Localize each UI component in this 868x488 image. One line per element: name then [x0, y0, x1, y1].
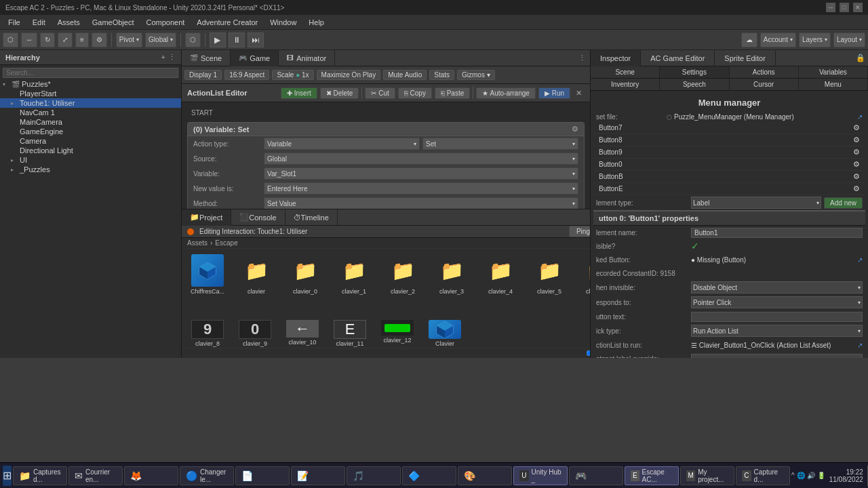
asset-clavier[interactable]: 📁 clavier — [233, 251, 279, 313]
gear-icon[interactable]: ⚙ — [853, 172, 860, 181]
pivot-dropdown[interactable]: Pivot — [116, 33, 142, 47]
hierarchy-item-puzzles2[interactable]: ▸ _Puzzles — [0, 165, 181, 174]
button-item-b[interactable]: ButtonB ⚙ — [593, 171, 865, 183]
inspector-lock-icon[interactable]: 🔒 — [856, 54, 865, 62]
window-controls[interactable]: ─ □ ✕ — [826, 3, 863, 12]
hierarchy-item-gameengine[interactable]: GameEngine — [0, 127, 181, 136]
menu-component[interactable]: Component — [140, 17, 190, 28]
subtab-cursor[interactable]: Cursor — [730, 79, 799, 90]
prop-input-button-text[interactable] — [691, 312, 863, 322]
mute-toggle[interactable]: Mute Audio — [383, 70, 427, 80]
taskbar-escape-ac[interactable]: E Escape AC... — [625, 466, 679, 485]
asset-clavier8[interactable]: 9 clavier_8 — [184, 319, 231, 345]
display-dropdown[interactable]: Display 1 — [184, 70, 222, 80]
layers-dropdown[interactable]: Layers — [799, 33, 831, 47]
tray-icon-battery[interactable]: 🔋 — [817, 472, 825, 479]
paste-button[interactable]: ⎗ Paste — [435, 87, 470, 99]
asset-clavier10[interactable]: ← clavier_10 — [279, 319, 326, 345]
run-button[interactable]: ▶ Run — [538, 87, 570, 99]
visible-checkbox[interactable]: ✓ — [691, 241, 699, 251]
taskbar-courrier[interactable]: ✉ Courrier en... — [68, 466, 123, 485]
action-variable-select[interactable]: Var_Slot1 — [264, 167, 578, 180]
subtab-variables[interactable]: Variables — [799, 66, 868, 78]
maximize-button[interactable]: □ — [840, 3, 849, 12]
action-type-select-2[interactable]: Set — [422, 138, 578, 150]
action-box-header[interactable]: (0) Variable: Set ⚙ — [188, 123, 584, 136]
step-button[interactable]: ⏭ — [248, 33, 264, 47]
hierarchy-item-dirlight[interactable]: Directional Light — [0, 146, 181, 155]
copy-button[interactable]: ⎘ Copy — [398, 87, 432, 99]
insert-button[interactable]: ✚ Insert — [281, 87, 317, 99]
taskbar-game[interactable]: 🎮 — [569, 466, 623, 485]
button-item-9[interactable]: Button9 ⚙ — [593, 146, 865, 159]
subtab-menu[interactable]: Menu — [799, 79, 868, 90]
toolbar-btn-2[interactable]: ↔ — [21, 33, 37, 47]
link-icon[interactable]: ↗ — [857, 342, 863, 349]
start-button[interactable]: ⊞ — [3, 466, 12, 486]
taskbar-blue[interactable]: 🔷 — [402, 466, 456, 485]
hierarchy-search[interactable] — [3, 68, 178, 78]
button-item-e[interactable]: ButtonE ⚙ — [593, 183, 865, 195]
taskbar-changer[interactable]: 🔵 Changer le... — [180, 466, 234, 485]
menu-adventurecreator[interactable]: Adventure Creator — [191, 17, 263, 28]
prop-input-hotspot[interactable] — [691, 354, 863, 359]
tab-animator[interactable]: 🎞 Animator — [279, 50, 335, 66]
action-settings-icon[interactable]: ⚙ — [572, 125, 578, 134]
ping-button[interactable]: Ping object — [569, 226, 590, 237]
action-method-select[interactable]: Set Value — [264, 197, 578, 209]
action-type-select-1[interactable]: Variable — [264, 138, 420, 150]
subtab-scene[interactable]: Scene — [591, 66, 660, 78]
layout-dropdown[interactable]: Layout — [833, 33, 865, 47]
tab-game[interactable]: 🎮 Game — [231, 50, 279, 66]
taskbar-unity-hub[interactable]: U Unity Hub _ — [513, 466, 568, 485]
taskbar-blender[interactable]: 🎨 — [458, 466, 512, 485]
menu-edit[interactable]: Edit — [27, 17, 51, 28]
delete-button[interactable]: ✖ Delete — [320, 87, 359, 99]
maximize-toggle[interactable]: Maximize On Play — [317, 70, 381, 80]
hierarchy-item-maincam[interactable]: MainCamera — [0, 117, 181, 127]
asset-clavier2[interactable]: 📁 clavier_2 — [380, 251, 426, 313]
button-item-0[interactable]: Button0 ⚙ — [593, 159, 865, 171]
scene-menu-button[interactable]: ⋮ — [578, 54, 586, 62]
hierarchy-add-button[interactable]: + — [161, 53, 165, 62]
hierarchy-item-puzzles[interactable]: ▾ 🎬 Puzzles* — [0, 79, 181, 89]
tray-icon-1[interactable]: ^ — [791, 472, 795, 479]
gear-icon[interactable]: ⚙ — [853, 148, 860, 157]
gear-icon[interactable]: ⚙ — [853, 136, 860, 144]
hierarchy-item-playerstart[interactable]: PlayerStart — [0, 89, 181, 98]
toolbar-btn-1[interactable]: ⬡ — [3, 33, 18, 47]
taskbar-firefox[interactable]: 🦊 — [124, 466, 178, 485]
asset-clavier-cube[interactable]: Clavier — [422, 319, 468, 345]
link-icon[interactable]: ↗ — [857, 113, 863, 121]
gear-icon[interactable]: ⚙ — [853, 160, 860, 169]
taskbar-capture[interactable]: C Capture d... — [736, 466, 790, 485]
subtab-inventory[interactable]: Inventory — [591, 79, 660, 90]
taskbar-files[interactable]: 📄 — [235, 466, 290, 485]
asset-chiffres[interactable]: ChiffresCa... — [184, 251, 231, 313]
subtab-settings[interactable]: Settings — [660, 66, 729, 78]
add-new-button[interactable]: Add new — [824, 197, 863, 209]
asset-clavier4[interactable]: 📁 clavier_4 — [477, 251, 524, 313]
asset-clavier5[interactable]: 📁 clavier_5 — [526, 251, 572, 313]
close-button[interactable]: ✕ — [853, 3, 863, 12]
gear-icon[interactable]: ⚙ — [853, 123, 860, 132]
menu-help[interactable]: Help — [303, 17, 330, 28]
minimize-button[interactable]: ─ — [826, 3, 835, 12]
stats-toggle[interactable]: Stats — [429, 70, 454, 80]
button-item-8[interactable]: Button8 ⚙ — [593, 134, 865, 146]
asset-clavier9[interactable]: 0 clavier_9 — [232, 319, 278, 345]
element-type-select[interactable]: Label — [691, 197, 821, 209]
asset-clavier0[interactable]: 📁 clavier_0 — [282, 251, 328, 313]
taskbar-music[interactable]: 🎵 — [347, 466, 401, 485]
hierarchy-menu-button[interactable]: ⋮ — [168, 53, 176, 62]
asset-clavier11[interactable]: E clavier_11 — [327, 319, 373, 345]
asset-clavier3[interactable]: 📁 clavier_3 — [429, 251, 475, 313]
close-icon[interactable]: ✕ — [573, 89, 585, 98]
tab-console[interactable]: ⬛ Console — [231, 209, 285, 226]
gizmos-dropdown[interactable]: Gizmos ▾ — [457, 70, 495, 80]
menu-window[interactable]: Window — [264, 17, 302, 28]
toolbar-btn-3[interactable]: ↻ — [40, 33, 55, 47]
menu-assets[interactable]: Assets — [52, 17, 85, 28]
pause-button[interactable]: ⏸ — [229, 33, 245, 47]
tab-sprite-editor[interactable]: Sprite Editor — [715, 50, 776, 66]
